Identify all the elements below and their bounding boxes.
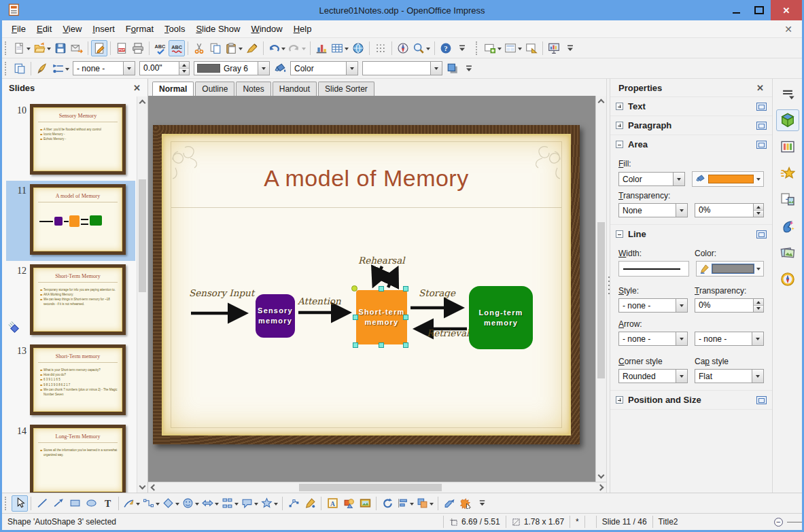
table-icon[interactable]: [330, 40, 350, 56]
glue-points-icon[interactable]: [302, 495, 318, 512]
properties-close-icon[interactable]: ✕: [756, 83, 764, 93]
arrow-start-select[interactable]: - none -: [618, 332, 688, 346]
menu-file[interactable]: File: [6, 21, 31, 37]
dialog-launcher-icon[interactable]: [756, 396, 767, 404]
properties-deck-icon[interactable]: [776, 109, 799, 131]
scrollbar-thumb[interactable]: [139, 179, 146, 292]
text-icon[interactable]: T: [99, 495, 116, 512]
basic-shapes-icon[interactable]: [161, 495, 181, 512]
display-grid-icon[interactable]: [372, 40, 389, 56]
line-style-combo[interactable]: - none -: [73, 61, 135, 75]
hyperlink-icon[interactable]: [350, 40, 366, 56]
line-color-combo[interactable]: Gray 6: [194, 61, 270, 75]
label-storage[interactable]: Storage: [419, 287, 455, 298]
short-term-memory-box[interactable]: Short-term memory: [356, 290, 407, 344]
line-icon[interactable]: [34, 495, 50, 512]
rotate-icon[interactable]: [379, 495, 396, 512]
slide-thumb-image[interactable]: Short-Term MemoryTemporary storage for i…: [30, 264, 126, 335]
scroll-down-icon[interactable]: [139, 483, 146, 490]
selection-handle[interactable]: [379, 342, 384, 348]
email-icon[interactable]: [69, 40, 85, 56]
quill-pen-icon[interactable]: [34, 60, 50, 77]
line-transparency-spinner[interactable]: 0%: [695, 298, 764, 313]
extrusion-icon[interactable]: [441, 495, 457, 512]
slide-canvas[interactable]: A model of Memory: [153, 125, 580, 444]
slides-scrollbar[interactable]: [137, 96, 147, 493]
slide-design-icon[interactable]: [523, 40, 540, 56]
horizontal-scrollbar[interactable]: [148, 482, 606, 493]
print-icon[interactable]: [130, 40, 146, 56]
toolbar-grip[interactable]: [5, 41, 9, 55]
slide-thumbnail-12[interactable]: 12Short-Term MemoryTemporary storage for…: [6, 261, 135, 341]
maximize-button[interactable]: [748, 0, 771, 20]
section-area[interactable]: Area: [610, 135, 772, 154]
slide-thumbnail-10[interactable]: 10Sensory MemoryA filter: you'd be flood…: [6, 101, 135, 181]
toolbar-overflow-icon[interactable]: [562, 40, 578, 56]
new-slide-icon[interactable]: [483, 40, 503, 56]
corner-style-select[interactable]: Rounded: [618, 369, 688, 383]
selection-handle[interactable]: [403, 286, 408, 291]
slide-show-icon[interactable]: [546, 40, 562, 56]
symbol-shapes-icon[interactable]: [181, 495, 200, 512]
styles-window-icon[interactable]: [12, 60, 28, 77]
transparency-type-select[interactable]: None: [618, 203, 688, 217]
connector-icon[interactable]: [141, 495, 161, 512]
animation-indicator-icon[interactable]: [10, 324, 19, 333]
select-icon[interactable]: [12, 495, 28, 512]
chart-icon[interactable]: [313, 40, 330, 56]
slide-thumbnail-11[interactable]: 11A model of Memory: [6, 181, 135, 261]
menu-format[interactable]: Format: [120, 21, 159, 37]
dialog-launcher-icon[interactable]: [756, 230, 767, 238]
toolbar-overflow-icon[interactable]: [474, 495, 490, 512]
dialog-launcher-icon[interactable]: [756, 122, 767, 130]
help-icon[interactable]: ?: [438, 40, 454, 56]
tab-slide-sorter[interactable]: Slide Sorter: [318, 82, 374, 96]
gallery-frame-icon[interactable]: [357, 495, 373, 512]
rectangle-icon[interactable]: [67, 495, 83, 512]
slides-panel-close-icon[interactable]: ✕: [133, 83, 141, 93]
cap-style-select[interactable]: Flat: [695, 369, 764, 383]
redo-icon[interactable]: [287, 40, 307, 56]
expand-icon[interactable]: [616, 396, 623, 404]
menu-edit[interactable]: Edit: [31, 21, 57, 37]
edit-file-icon[interactable]: [91, 40, 107, 56]
menu-window[interactable]: Window: [245, 21, 287, 37]
zoom-icon[interactable]: [411, 40, 432, 56]
scroll-right-icon[interactable]: [597, 484, 604, 491]
zoom-out-icon[interactable]: −: [774, 518, 783, 527]
arrange-icon[interactable]: [415, 495, 435, 512]
toolbar-overflow-icon[interactable]: [461, 60, 477, 77]
dialog-launcher-icon[interactable]: [756, 141, 767, 149]
section-text[interactable]: Text: [610, 96, 772, 116]
toolbar-overflow-icon[interactable]: [454, 40, 470, 56]
fill-type-combo[interactable]: Color: [290, 61, 358, 75]
gallery-deck-icon[interactable]: [776, 242, 799, 264]
area-style-icon[interactable]: [272, 60, 288, 77]
clone-formatting-icon[interactable]: [244, 40, 260, 56]
label-retrieval[interactable]: Retrieval: [427, 327, 469, 338]
minimize-button[interactable]: [724, 0, 748, 20]
slide-workspace[interactable]: A model of Memory: [148, 96, 595, 482]
slide-layout-icon[interactable]: [503, 40, 523, 56]
fill-type-select[interactable]: Color: [618, 172, 685, 186]
vertical-scrollbar[interactable]: [595, 96, 606, 482]
scroll-up-icon[interactable]: [598, 99, 605, 106]
close-document-icon[interactable]: ✕: [779, 24, 798, 35]
paste-icon[interactable]: [224, 40, 244, 56]
toolbar-grip[interactable]: [5, 62, 9, 75]
section-paragraph[interactable]: Paragraph: [610, 116, 772, 135]
line-color-dropdown[interactable]: [696, 261, 764, 277]
edit-points-icon[interactable]: [285, 495, 302, 512]
sensory-memory-box[interactable]: Sensory memory: [256, 294, 295, 338]
slide-thumbnail-14[interactable]: 14Long-Term MemoryStores all the informa…: [6, 421, 135, 493]
label-attention[interactable]: Attention: [298, 296, 341, 306]
fontwork-icon[interactable]: A: [324, 495, 340, 512]
panel-splitter[interactable]: [606, 79, 610, 493]
navigator-icon[interactable]: [395, 40, 411, 56]
menu-insert[interactable]: Insert: [87, 21, 120, 37]
scroll-up-icon[interactable]: [139, 100, 146, 107]
adjust-handle[interactable]: [351, 285, 357, 291]
selection-handle[interactable]: [353, 315, 358, 320]
menu-slide-show[interactable]: Slide Show: [190, 21, 245, 37]
scrollbar-thumb[interactable]: [597, 222, 605, 378]
